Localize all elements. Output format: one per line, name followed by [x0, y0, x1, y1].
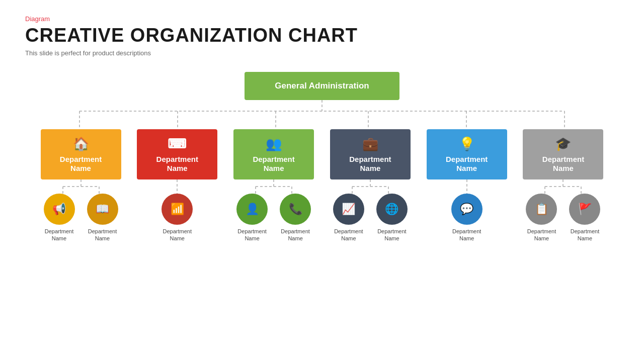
sub-conn-2: [157, 179, 197, 194]
dept-col-3: 👥 DepartmentName 👤 DepartmentName 📞: [227, 129, 320, 242]
sub-conn-svg-1: [51, 179, 111, 194]
dept-name-4: DepartmentName: [349, 155, 391, 173]
dept-name-6: DepartmentName: [542, 155, 584, 173]
sub-circle-5a: 💬: [451, 194, 482, 225]
sub-conn-svg-4: [340, 179, 400, 194]
dept-col-2: ⌨ DepartmentName 📶 DepartmentName: [131, 129, 224, 242]
sub-depts-2: 📶 DepartmentName: [159, 194, 195, 242]
page-title: CREATIVE ORGANIZATION CHART: [25, 25, 619, 46]
sub-depts-4: 📈 DepartmentName 🌐 DepartmentName: [331, 194, 410, 242]
dept-box-2: ⌨ DepartmentName: [137, 129, 217, 179]
dept-icon-4: 💼: [362, 136, 378, 152]
sub-label-6a: DepartmentName: [527, 228, 556, 242]
sub-conn-5: [447, 179, 487, 194]
sub-conn-6: [533, 179, 593, 194]
sub-conn-3: [244, 179, 304, 194]
dept-box-4: 💼 DepartmentName: [330, 129, 411, 179]
slide: Diagram CREATIVE ORGANIZATION CHART This…: [0, 0, 644, 362]
sub-conn-svg-5: [447, 179, 487, 194]
dept-icon-1: 🏠: [73, 136, 89, 152]
dept-box-5: 💡 DepartmentName: [427, 129, 507, 179]
sub-conn-svg-6: [533, 179, 593, 194]
sub-label-5a: DepartmentName: [452, 228, 481, 242]
sub-item-5a: 💬 DepartmentName: [449, 194, 485, 242]
connector-svg: [25, 100, 619, 129]
sub-label-1a: DepartmentName: [45, 228, 73, 242]
sub-label-6b: DepartmentName: [571, 228, 599, 242]
sub-circle-4b: 🌐: [376, 194, 408, 225]
sub-circle-6a: 📋: [526, 194, 557, 225]
sub-label-4b: DepartmentName: [377, 228, 406, 242]
dept-col-5: 💡 DepartmentName 💬 DepartmentName: [420, 129, 513, 242]
sub-item-6a: 📋 DepartmentName: [523, 194, 559, 242]
sub-conn-4: [340, 179, 400, 194]
dept-col-1: 🏠 DepartmentName 📢 DepartmentName 📖: [34, 129, 127, 242]
departments-row: 🏠 DepartmentName 📢 DepartmentName 📖: [25, 129, 619, 242]
sub-item-2a: 📶 DepartmentName: [159, 194, 195, 242]
sub-circle-4a: 📈: [333, 194, 364, 225]
sub-label-3b: DepartmentName: [281, 228, 309, 242]
sub-circle-6b: 🚩: [569, 194, 600, 225]
diagram-label: Diagram: [25, 15, 619, 23]
sub-circle-3a: 👤: [236, 194, 268, 225]
dept-name-2: DepartmentName: [156, 155, 198, 173]
sub-label-4a: DepartmentName: [334, 228, 363, 242]
sub-item-4a: 📈 DepartmentName: [331, 194, 367, 242]
sub-item-4b: 🌐 DepartmentName: [374, 194, 410, 242]
dept-name-3: DepartmentName: [253, 155, 294, 173]
sub-conn-svg-2: [157, 179, 197, 194]
dept-box-3: 👥 DepartmentName: [233, 129, 314, 179]
dept-name-1: DepartmentName: [60, 155, 102, 173]
sub-depts-3: 👤 DepartmentName 📞 DepartmentName: [234, 194, 313, 242]
sub-conn-svg-3: [244, 179, 304, 194]
dept-icon-5: 💡: [459, 136, 475, 152]
dept-icon-3: 👥: [266, 136, 282, 152]
sub-conn-1: [51, 179, 111, 194]
sub-depts-5: 💬 DepartmentName: [449, 194, 485, 242]
root-connectors: [25, 100, 619, 129]
dept-box-1: 🏠 DepartmentName: [41, 129, 121, 179]
sub-label-3a: DepartmentName: [237, 228, 266, 242]
sub-item-6b: 🚩 DepartmentName: [567, 194, 603, 242]
sub-circle-3b: 📞: [280, 194, 311, 225]
sub-item-1b: 📖 DepartmentName: [85, 194, 121, 242]
sub-label-2a: DepartmentName: [163, 228, 192, 242]
dept-box-6: 🎓 DepartmentName: [523, 129, 603, 179]
dept-name-5: DepartmentName: [446, 155, 488, 173]
sub-circle-1b: 📖: [87, 194, 118, 225]
page-subtitle: This slide is perfect for product descri…: [25, 49, 619, 57]
sub-item-3b: 📞 DepartmentName: [277, 194, 313, 242]
sub-circle-1a: 📢: [44, 194, 75, 225]
dept-icon-6: 🎓: [555, 136, 571, 152]
root-box: General Administration: [245, 72, 399, 100]
header-section: Diagram CREATIVE ORGANIZATION CHART This…: [25, 15, 619, 57]
sub-label-1b: DepartmentName: [88, 228, 117, 242]
sub-depts-6: 📋 DepartmentName 🚩 DepartmentName: [523, 194, 603, 242]
sub-circle-2a: 📶: [162, 194, 193, 225]
sub-item-1a: 📢 DepartmentName: [41, 194, 77, 242]
org-root: General Administration: [25, 72, 619, 100]
dept-col-4: 💼 DepartmentName 📈 DepartmentName 🌐: [324, 129, 417, 242]
dept-col-6: 🎓 DepartmentName 📋 DepartmentName 🚩: [517, 129, 610, 242]
sub-item-3a: 👤 DepartmentName: [234, 194, 270, 242]
dept-icon-2: ⌨: [168, 136, 187, 152]
sub-depts-1: 📢 DepartmentName 📖 DepartmentName: [41, 194, 121, 242]
